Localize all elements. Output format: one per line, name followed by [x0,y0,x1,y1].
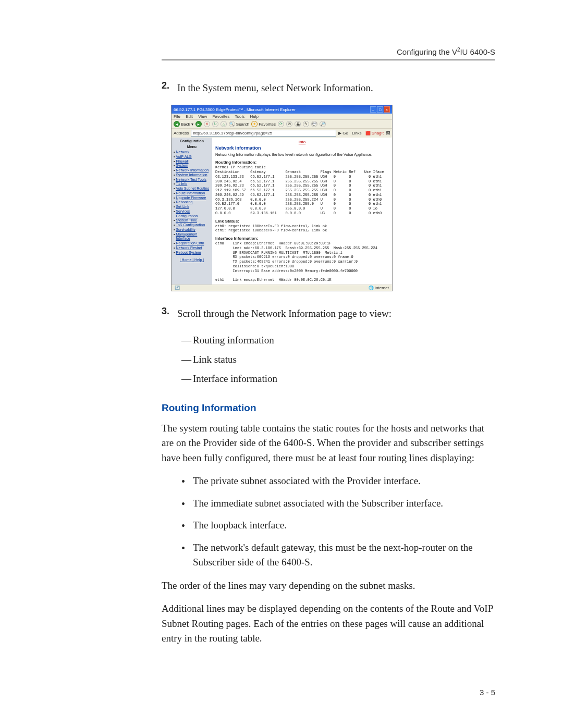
step-2: 2. In the System menu, select Network In… [162,80,495,95]
mail-icon[interactable]: ✉ [286,121,292,127]
link-status-text: eth0: negotiated 100baseTx-FD flow-contr… [215,224,389,233]
print-icon[interactable]: 🖶 [295,121,301,127]
menu-help[interactable]: Help [250,114,259,119]
step-3: 3. Scroll through the Network Informatio… [162,306,495,321]
sidebar-item[interactable]: Registration Cntrl [174,241,210,246]
routing-heading: Routing Information: [215,160,389,165]
history-icon[interactable]: ⟳ [278,121,284,127]
sidebar-item[interactable]: Rebooting [174,200,210,205]
menu-edit[interactable]: Edit [186,114,193,119]
maximize-button[interactable]: □ [377,106,383,113]
sidebar-item[interactable]: Firewall [174,159,210,164]
snagit-view-icon[interactable]: 🖼 [386,131,390,135]
sub-item-routing: Routing information [181,330,495,350]
sidebar-item[interactable]: System Information [174,173,210,178]
home-icon[interactable]: ⌂ [221,121,227,127]
embedded-screenshot: 66.52.177.1 PGI-3500 EdgeProtect™ - Micr… [171,105,393,291]
sidebar-item[interactable]: Services Configuration [174,209,210,219]
status-right: 🌐 Internet [369,286,389,290]
edit-icon[interactable]: ✎ [303,121,309,127]
routing-info-p3: Additional lines may be displayed depend… [162,601,495,646]
info-link[interactable]: Info [215,140,389,144]
go-button[interactable]: ▶ Go [338,131,348,135]
browser-menubar: File Edit View Favorites Tools Help [172,114,392,119]
search-button[interactable]: 🔍 Search [229,121,249,127]
back-icon: ◄ [174,121,180,127]
links-label[interactable]: Links [352,131,362,135]
bullet-private-subnet: The private subnet associated with the P… [181,474,495,489]
sidebar-item[interactable]: Reboot System [174,251,210,255]
dropdown-icon: ▾ [191,122,193,127]
status-left-icon: 🔄 [175,286,180,290]
favorites-button[interactable]: ★ Favorites [251,121,276,127]
step-3-number: 3. [162,306,177,317]
refresh-icon[interactable]: ↻ [212,121,218,127]
routing-info-p2: The order of the lines may vary dependin… [162,578,495,594]
menu-favorites[interactable]: Favorites [213,114,230,119]
window-title: 66.52.177.1 PGI-3500 EdgeProtect™ - Micr… [174,107,296,112]
bullet-default-gateway: The network's default gateway, this must… [181,540,495,570]
star-icon: ★ [251,121,258,127]
research-icon[interactable]: 🔎 [320,121,326,127]
step-2-text: In the System menu, select Network Infor… [177,80,373,95]
menu-view[interactable]: View [198,114,207,119]
snagit-button[interactable]: 🟥 SnagIt [365,131,384,135]
main-title: Network Information [215,145,389,151]
go-icon: ▶ [338,131,341,135]
bullet-immediate-subnet: The immediate subnet associated with the… [181,496,495,511]
routing-info-bullets: The private subnet associated with the P… [181,474,495,570]
step-3-text: Scroll through the Network Information p… [177,306,391,321]
menu-tools[interactable]: Tools [235,114,245,119]
header-rule [162,59,495,60]
sidebar-item[interactable]: Network Test Tools [174,178,210,182]
bullet-loopback: The loopback interface. [181,518,495,533]
sidebar-item[interactable]: Survivability [174,228,210,232]
routing-info-p1: The system routing table contains the st… [162,421,495,466]
address-bar-row: Address http://69.3.186.175/cgi-bin/conf… [172,129,392,138]
sidebar-item[interactable]: Network Information [174,168,210,173]
sub-item-interface: Interface information [181,369,495,388]
sidebar-item[interactable]: System [174,164,210,168]
close-button[interactable]: × [384,106,390,113]
step-2-number: 2. [162,80,177,91]
sidebar-item[interactable]: VoIP ALG [174,155,210,159]
sidebar-header-1: Configuration [174,139,210,143]
step-3-sublist: Routing information Link status Interfac… [181,330,495,388]
routing-info-heading: Routing Information [162,402,495,414]
main-pane: Info Network Information Networking Info… [212,138,392,285]
status-bar: 🔄 🌐 Internet [172,285,392,291]
sidebar-item[interactable]: ToS Configuration [174,223,210,228]
sidebar-item[interactable]: Upgrade Firmware [174,196,210,201]
interface-text: eth0 Link encap:Ethernet HWaddr 00:0E:0C… [215,241,389,282]
page-number: 3 - 5 [480,688,495,697]
sidebar-item[interactable]: Set Link [174,205,210,209]
sidebar-item[interactable]: Network [174,150,210,155]
browser-toolbar: ◄ Back ▾ ► ✕ ↻ ⌂ 🔍 Search ★ Favorites ⟳ … [172,119,392,129]
sidebar-item[interactable]: System Time [174,218,210,223]
sidebar-footer-links[interactable]: | Home | Help | [174,258,210,262]
window-titlebar: 66.52.177.1 PGI-3500 EdgeProtect™ - Micr… [172,105,392,114]
address-label: Address [174,131,189,135]
minimize-button[interactable]: – [370,106,376,113]
page-header: Configuring the V2IU 6400-S [162,47,495,56]
routing-table: Kernel IP routing table Destination Gate… [215,165,389,215]
sidebar-header-2: Menu [174,145,210,149]
sidebar-item[interactable]: Network Restart [174,246,210,251]
sidebar-item[interactable]: T1 Info [174,182,210,187]
interface-heading: Interface Information: [215,236,389,241]
sub-item-link: Link status [181,350,495,369]
discuss-icon[interactable]: 💬 [311,121,317,127]
sidebar-item[interactable]: Management Interface [174,232,210,242]
main-subtitle: Networking Information displays the low … [215,152,389,157]
address-input[interactable]: http://69.3.186.175/cgi-bin/config?page=… [191,130,336,137]
menu-file[interactable]: File [174,114,180,119]
link-status-heading: Link Status: [215,219,389,224]
sidebar-item[interactable]: Route Information [174,191,210,196]
config-sidebar: Configuration Menu NetworkVoIP ALGFirewa… [172,138,212,285]
stop-icon[interactable]: ✕ [204,121,210,127]
sidebar-item[interactable]: Voip Subnet Routing [174,187,210,191]
search-icon: 🔍 [229,121,235,127]
forward-icon[interactable]: ► [195,121,202,127]
back-button[interactable]: ◄ Back ▾ [174,121,193,127]
